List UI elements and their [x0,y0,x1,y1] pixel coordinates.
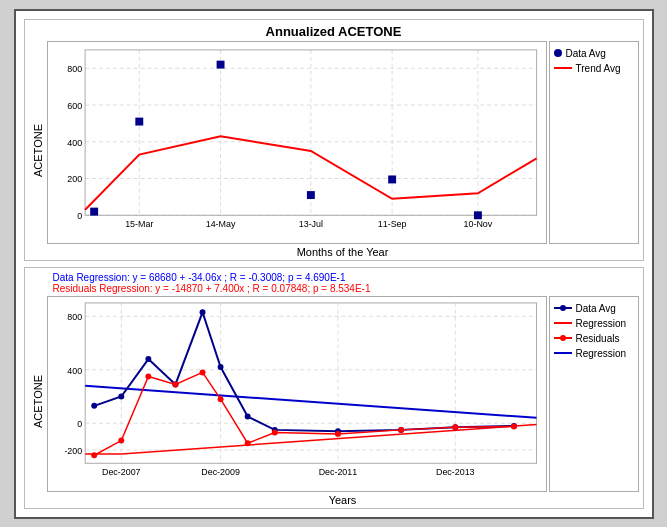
bottom-x-label: Years [47,494,639,506]
svg-text:800: 800 [67,64,82,74]
bottom-y-label: ACETONE [29,296,47,508]
svg-text:800: 800 [67,312,82,322]
regression-labels: Data Regression: y = 68680 + -34.06x ; R… [29,272,639,294]
svg-point-45 [118,393,124,399]
bot-regression2-line [554,352,572,354]
svg-text:15-Mar: 15-Mar [125,219,153,229]
legend-item-bot-regression2: Regression [554,348,634,359]
legend-label-bot-residuals: Residuals [576,333,620,344]
top-legend: Data Avg Trend Avg [549,41,639,244]
bottom-plot-canvas: -2000400800Dec-2007Dec-2009Dec-2011Dec-2… [47,296,547,492]
svg-text:14-May: 14-May [205,219,235,229]
legend-label-bot-regression2: Regression [576,348,627,359]
svg-text:400: 400 [67,365,82,375]
svg-point-60 [199,369,205,375]
top-plot-canvas: 020040060080015-Mar14-May13-Jul11-Sep10-… [47,41,547,244]
svg-point-61 [217,396,223,402]
top-y-label: ACETONE [29,41,47,260]
top-chart-svg: 020040060080015-Mar14-May13-Jul11-Sep10-… [48,42,546,243]
svg-rect-21 [90,207,98,215]
svg-text:10-Nov: 10-Nov [463,219,492,229]
trend-avg-line [554,67,572,69]
top-chart-title: Annualized ACETONE [29,24,639,39]
svg-point-69 [560,305,566,311]
svg-point-59 [172,381,178,387]
svg-rect-23 [216,60,224,68]
svg-point-66 [452,424,458,430]
svg-point-62 [244,440,250,446]
svg-rect-24 [306,191,314,199]
svg-point-49 [217,364,223,370]
top-x-label: Months of the Year [47,246,639,258]
bot-residuals-icon [554,333,572,343]
svg-text:0: 0 [77,419,82,429]
legend-label-data-avg: Data Avg [566,48,606,59]
svg-text:0: 0 [77,211,82,221]
svg-point-50 [244,413,250,419]
bottom-legend: Data Avg Regression Residuals [549,296,639,492]
legend-label-bot-regression: Regression [576,318,627,329]
svg-text:200: 200 [67,174,82,184]
svg-point-57 [118,437,124,443]
svg-text:11-Sep: 11-Sep [377,219,406,229]
svg-rect-25 [388,175,396,183]
svg-text:Dec-2011: Dec-2011 [318,467,357,477]
svg-point-46 [145,356,151,362]
svg-text:Dec-2013: Dec-2013 [436,467,475,477]
bottom-chart-svg: -2000400800Dec-2007Dec-2009Dec-2011Dec-2… [48,297,546,491]
svg-text:-200: -200 [64,445,82,455]
svg-point-56 [91,452,97,458]
legend-item-bot-residuals: Residuals [554,333,634,344]
svg-text:600: 600 [67,101,82,111]
svg-point-48 [199,309,205,315]
legend-label-bot-data-avg: Data Avg [576,303,616,314]
top-chart: Annualized ACETONE ACETONE 0200400600800… [24,19,644,261]
legend-item-data-avg: Data Avg [554,48,634,59]
bot-regression-line [554,322,572,324]
svg-text:13-Jul: 13-Jul [298,219,322,229]
svg-rect-22 [135,117,143,125]
legend-label-trend-avg: Trend Avg [576,63,621,74]
svg-point-58 [145,373,151,379]
svg-text:400: 400 [67,137,82,147]
svg-point-64 [334,430,340,436]
svg-rect-43 [85,302,536,462]
svg-point-63 [271,429,277,435]
legend-item-bot-regression: Regression [554,318,634,329]
bot-data-avg-icon [554,303,572,313]
main-container: Annualized ACETONE ACETONE 0200400600800… [14,9,654,519]
svg-point-44 [91,402,97,408]
svg-rect-26 [473,211,481,219]
data-avg-dot [554,49,562,57]
svg-point-65 [398,426,404,432]
svg-point-67 [510,423,516,429]
legend-item-bot-data-avg: Data Avg [554,303,634,314]
svg-text:Dec-2009: Dec-2009 [201,467,240,477]
regression-data-label: Data Regression: y = 68680 + -34.06x ; R… [53,272,639,283]
bottom-chart: Data Regression: y = 68680 + -34.06x ; R… [24,267,644,509]
svg-text:Dec-2007: Dec-2007 [102,467,141,477]
svg-point-71 [560,335,566,341]
regression-residuals-label: Residuals Regression: y = -14870 + 7.400… [53,283,639,294]
legend-item-trend-avg: Trend Avg [554,63,634,74]
